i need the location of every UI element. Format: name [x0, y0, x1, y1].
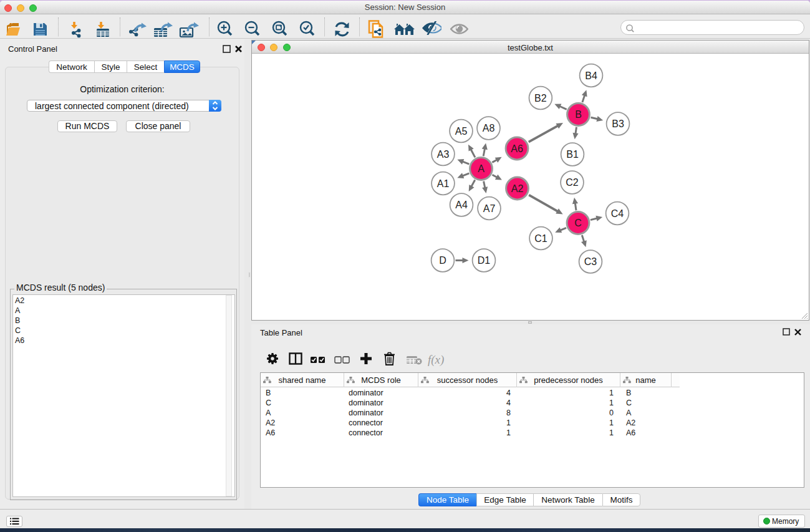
svg-text:A4: A4 — [455, 200, 468, 210]
svg-text:D: D — [439, 255, 446, 266]
svg-text:A6: A6 — [511, 143, 523, 154]
svg-text:B: B — [575, 109, 582, 120]
svg-text:A1: A1 — [437, 178, 450, 189]
svg-text:A5: A5 — [455, 126, 468, 137]
svg-text:A2: A2 — [511, 183, 524, 194]
svg-text:A8: A8 — [483, 123, 495, 133]
svg-text:A3: A3 — [437, 149, 450, 160]
svg-text:C2: C2 — [566, 177, 579, 188]
svg-text:A: A — [478, 163, 485, 174]
svg-text:B3: B3 — [612, 118, 624, 129]
svg-text:B4: B4 — [585, 70, 597, 81]
svg-text:C3: C3 — [584, 256, 597, 267]
svg-text:D1: D1 — [478, 255, 491, 266]
svg-text:C1: C1 — [534, 233, 547, 244]
svg-text:B2: B2 — [534, 93, 547, 104]
svg-text:B1: B1 — [566, 149, 579, 160]
svg-text:C4: C4 — [611, 208, 624, 219]
svg-text:C: C — [574, 218, 582, 228]
svg-text:A7: A7 — [483, 203, 496, 214]
